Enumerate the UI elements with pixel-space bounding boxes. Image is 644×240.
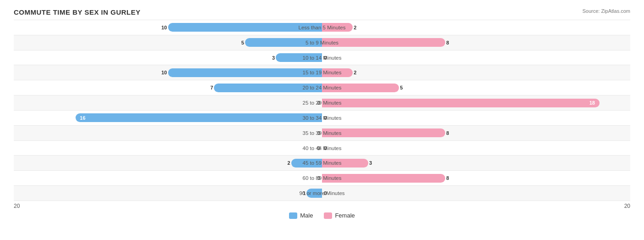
row-inner: 25 to 29 Minutes 0 18 — [14, 95, 630, 110]
bar-row: 20 to 24 Minutes 7 5 — [14, 80, 630, 95]
row-inner: Less than 5 Minutes 10 2 — [14, 20, 630, 35]
row-inner: 10 to 14 Minutes 3 0 — [14, 50, 630, 65]
male-value: 3 — [272, 55, 275, 61]
bar-female — [322, 38, 445, 47]
male-value: 5 — [241, 40, 244, 45]
row-inner: 20 to 24 Minutes 7 5 — [14, 80, 630, 95]
bar-row: 15 to 19 Minutes 10 2 — [14, 65, 630, 80]
bar-male — [168, 68, 322, 77]
legend-male: Male — [289, 212, 313, 219]
bar-row: 35 to 39 Minutes 0 8 — [14, 125, 630, 140]
bar-row: 30 to 34 Minutes 16 0 — [14, 110, 630, 125]
bar-row: Less than 5 Minutes 10 2 — [14, 20, 630, 35]
female-value: 8 — [446, 40, 449, 45]
x-axis-left: 20 — [14, 203, 20, 209]
row-inner: 40 to 44 Minutes 0 0 — [14, 141, 630, 156]
bar-female — [322, 99, 600, 107]
row-inner: 15 to 19 Minutes 10 2 — [14, 65, 630, 80]
male-value: 10 — [161, 70, 167, 75]
chart-title: COMMUTE TIME BY SEX IN GURLEY — [14, 8, 630, 16]
row-label: 5 to 9 Minutes — [306, 40, 338, 45]
bar-row: 60 to 89 Minutes 0 8 — [14, 170, 630, 185]
female-value: 2 — [354, 70, 356, 75]
row-inner: 30 to 34 Minutes 16 0 — [14, 111, 630, 125]
female-value: 8 — [446, 130, 449, 136]
female-value: 2 — [354, 25, 356, 30]
legend-female: Female — [324, 212, 355, 219]
legend-male-label: Male — [300, 212, 313, 219]
male-value: 16 — [80, 115, 85, 121]
row-inner: 35 to 39 Minutes 0 8 — [14, 126, 630, 140]
row-label: 20 to 24 Minutes — [302, 85, 341, 90]
female-value: 5 — [400, 85, 403, 90]
legend-female-color — [324, 212, 332, 219]
row-label: 25 to 29 Minutes — [302, 100, 341, 106]
row-inner: 90 or more Minutes 1 0 — [14, 186, 630, 201]
row-label: 40 to 44 Minutes — [302, 145, 341, 151]
bar-row: 45 to 59 Minutes 2 3 — [14, 155, 630, 170]
row-label: 90 or more Minutes — [299, 190, 344, 196]
source-label: Source: ZipAtlas.com — [582, 8, 630, 14]
row-label: 60 to 89 Minutes — [302, 175, 341, 181]
row-label: 30 to 34 Minutes — [302, 115, 341, 121]
bar-row: 90 or more Minutes 1 0 — [14, 185, 630, 201]
bar-male — [76, 113, 322, 122]
x-axis: 20 20 — [14, 203, 630, 209]
male-value: 7 — [210, 85, 213, 90]
legend: Male Female — [14, 212, 630, 219]
legend-female-label: Female — [335, 212, 355, 219]
row-label: 15 to 19 Minutes — [302, 70, 341, 75]
bar-row: 25 to 29 Minutes 0 18 — [14, 95, 630, 110]
female-value: 8 — [446, 175, 449, 181]
row-label: Less than 5 Minutes — [299, 25, 346, 30]
bar-row: 40 to 44 Minutes 0 0 — [14, 140, 630, 156]
bar-row: 5 to 9 Minutes 5 8 — [14, 35, 630, 50]
x-axis-right: 20 — [624, 203, 630, 209]
chart-container: COMMUTE TIME BY SEX IN GURLEY Source: Zi… — [0, 0, 644, 240]
row-label: 45 to 59 Minutes — [302, 160, 341, 166]
row-inner: 60 to 89 Minutes 0 8 — [14, 171, 630, 185]
bar-row: 10 to 14 Minutes 3 0 — [14, 50, 630, 65]
legend-male-color — [289, 212, 297, 219]
male-value: 10 — [161, 25, 167, 30]
female-value: 18 — [589, 100, 595, 106]
bars-area: Less than 5 Minutes 10 2 5 to 9 Minutes … — [14, 20, 630, 201]
row-inner: 5 to 9 Minutes 5 8 — [14, 35, 630, 50]
male-value: 2 — [288, 160, 290, 166]
row-label: 10 to 14 Minutes — [302, 55, 341, 61]
row-label: 35 to 39 Minutes — [302, 130, 341, 136]
row-inner: 45 to 59 Minutes 2 3 — [14, 156, 630, 170]
female-value: 3 — [369, 160, 372, 166]
